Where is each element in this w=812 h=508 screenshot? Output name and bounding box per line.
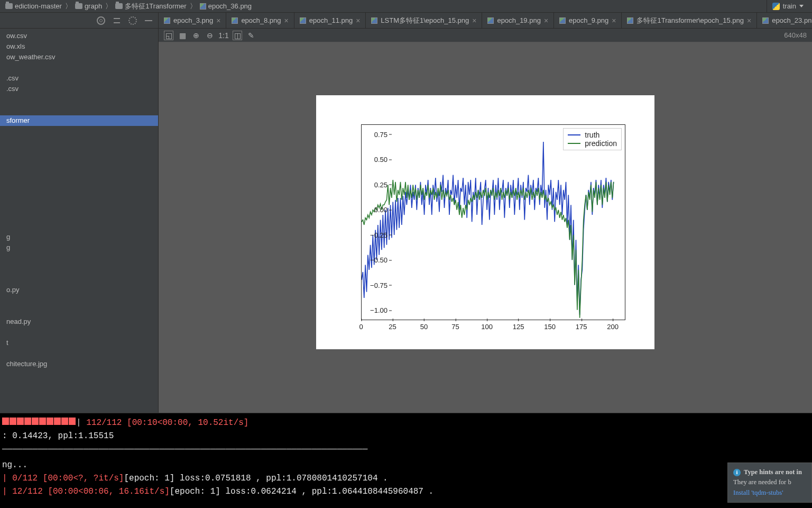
folder-icon [5, 3, 13, 9]
locate-icon[interactable] [97, 16, 105, 25]
close-icon[interactable]: × [284, 16, 289, 25]
python-icon [772, 3, 780, 10]
editor-tab[interactable]: epoch_19.png× [482, 13, 554, 28]
ytick: 0.75 [350, 130, 387, 138]
tree-item[interactable]: ow.csv [0, 31, 158, 41]
tree-item[interactable] [0, 105, 158, 115]
tree-item[interactable]: .csv [0, 73, 158, 84]
project-tree[interactable]: ow.csvow.xlsow_weather.csv.csv.csvsforme… [0, 29, 158, 413]
run-config-selector[interactable]: train [767, 0, 809, 12]
ytick: 0.25 [350, 180, 387, 188]
zoom-out-icon[interactable]: ⊖ [205, 31, 215, 40]
xtick: 200 [607, 323, 619, 331]
gear-icon[interactable] [128, 16, 137, 25]
tree-item[interactable] [0, 147, 158, 158]
tree-item[interactable] [0, 327, 158, 338]
selection-icon[interactable]: ◫ [233, 31, 242, 40]
editor-tab[interactable]: LSTM多特征1\epoch_15.png× [366, 13, 482, 28]
close-icon[interactable]: × [356, 16, 360, 25]
ytick: −0.75 [350, 281, 387, 289]
grid-icon[interactable]: ▦ [178, 31, 187, 40]
image-icon [487, 17, 494, 24]
chevron-down-icon [799, 5, 804, 7]
image-dimensions: 640x48 [784, 31, 807, 39]
image-canvas[interactable]: truth prediction −1.00−0.75−0.50−0.250.0… [159, 42, 812, 413]
image-icon [200, 3, 206, 10]
legend-1: prediction [585, 139, 617, 148]
xtick: 0 [359, 323, 363, 331]
tree-item[interactable]: nead.py [0, 316, 158, 327]
xtick: 75 [451, 323, 459, 331]
tree-item[interactable] [0, 295, 158, 306]
tree-item[interactable] [0, 306, 158, 316]
editor-tab[interactable]: epoch_8.png× [226, 13, 294, 28]
color-picker-icon[interactable]: ✎ [246, 31, 256, 40]
terminal-panel[interactable]: | 112/112 [00:10<00:00, 10.52it/s] : 0.1… [0, 413, 812, 508]
image-icon [300, 17, 306, 24]
close-icon[interactable]: × [612, 16, 616, 25]
xtick: 25 [389, 323, 396, 331]
breadcrumb-item[interactable]: ediction-master [3, 2, 64, 10]
tree-item[interactable] [0, 158, 158, 168]
breadcrumb-item[interactable]: graph [73, 2, 104, 10]
collapse-icon[interactable] [113, 16, 121, 25]
tree-item[interactable] [0, 189, 158, 200]
zoom-1to1-label[interactable]: 1:1 [219, 31, 228, 40]
breadcrumb-item[interactable]: epoch_36.png [198, 2, 254, 10]
tree-item[interactable] [0, 126, 158, 137]
close-icon[interactable]: × [544, 16, 548, 25]
image-icon [627, 17, 633, 24]
terminal-line: | 112/112 [00:10<00:00, 10.52it/s] [2, 416, 810, 430]
hide-icon[interactable] [144, 16, 153, 25]
tree-item[interactable] [0, 94, 158, 105]
close-icon[interactable]: × [472, 16, 476, 25]
tree-item[interactable] [0, 137, 158, 147]
tree-item[interactable] [0, 62, 158, 73]
chart-figure: truth prediction −1.00−0.75−0.50−0.250.0… [316, 95, 654, 349]
tree-item[interactable]: ow_weather.csv [0, 52, 158, 62]
tree-item[interactable]: t [0, 338, 158, 348]
ytick: −0.25 [350, 231, 387, 239]
breadcrumb-item[interactable]: 多特征1Transformer [113, 2, 189, 11]
tree-item[interactable]: g [0, 232, 158, 242]
xtick: 100 [481, 323, 493, 331]
folder-icon [115, 3, 123, 9]
tree-item[interactable] [0, 274, 158, 285]
tree-item[interactable]: .csv [0, 84, 158, 94]
tree-item[interactable]: g [0, 242, 158, 253]
editor-tab[interactable]: epoch_3.png× [159, 13, 226, 28]
editor-tab[interactable]: epoch_11.png× [294, 13, 366, 28]
ytick: −1.00 [350, 306, 387, 314]
editor-tab[interactable]: epoch_9.png× [554, 13, 622, 28]
close-icon[interactable]: × [216, 16, 220, 25]
tree-item[interactable]: o.py [0, 285, 158, 295]
zoom-in-icon[interactable]: ⊕ [191, 31, 201, 40]
tree-item[interactable] [0, 264, 158, 274]
tree-item[interactable] [0, 211, 158, 221]
close-icon[interactable]: × [747, 16, 751, 25]
tree-item[interactable] [0, 168, 158, 179]
editor-area: epoch_3.png×epoch_8.png×epoch_11.png×LST… [159, 13, 812, 413]
tree-item[interactable] [0, 179, 158, 189]
editor-tabs[interactable]: epoch_3.png×epoch_8.png×epoch_11.png×LST… [159, 13, 812, 29]
image-icon [164, 17, 170, 24]
tree-item[interactable]: chitecture.jpg [0, 359, 158, 369]
fit-icon[interactable]: ◱ [164, 31, 173, 40]
tree-item[interactable] [0, 348, 158, 359]
ytick: 0.00 [350, 206, 387, 214]
editor-tab[interactable]: 多特征1Transformer\epoch_15.png× [622, 13, 757, 28]
run-config-label: train [783, 2, 796, 10]
terminal-line: ng... [2, 459, 810, 472]
breadcrumb[interactable]: ediction-master〉graph〉多特征1Transformer〉ep… [3, 2, 767, 11]
image-icon [371, 17, 377, 24]
tree-item[interactable] [0, 221, 158, 232]
folder-icon [75, 3, 82, 9]
terminal-divider: ————————————————————————————————————————… [2, 443, 810, 456]
toast-link[interactable]: Install 'tqdm-stubs' [733, 489, 783, 496]
notification-toast[interactable]: iType hints are not in They are needed f… [727, 462, 812, 503]
tree-item[interactable]: ow.xls [0, 41, 158, 52]
editor-tab[interactable]: epoch_23.png× [757, 13, 812, 28]
tree-item[interactable] [0, 200, 158, 211]
tree-item[interactable] [0, 253, 158, 264]
tree-item[interactable]: sformer [0, 115, 158, 126]
